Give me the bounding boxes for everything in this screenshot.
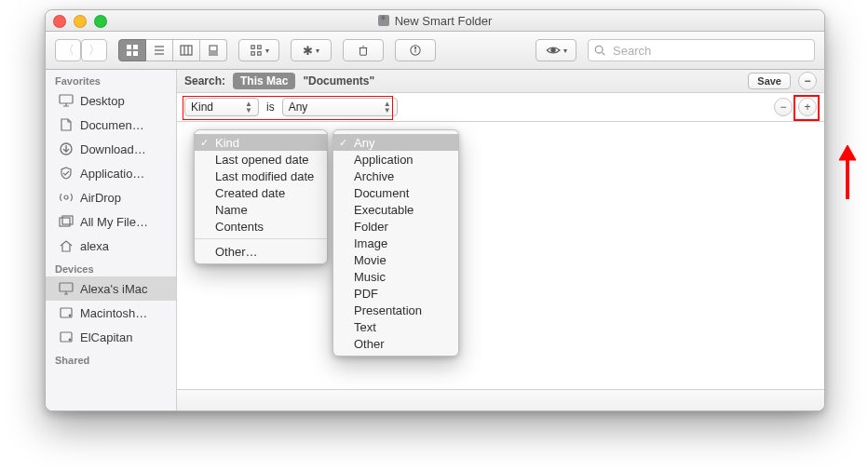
menu-item[interactable]: Music (333, 268, 458, 285)
close-window-button[interactable] (53, 15, 66, 28)
search-label: Search: (184, 74, 225, 87)
hdd-icon (59, 330, 74, 343)
download-icon (59, 142, 74, 155)
svg-rect-14 (257, 46, 260, 48)
menu-item[interactable]: PDF (333, 285, 458, 302)
imac-icon (59, 282, 74, 295)
menu-item[interactable]: Contents (195, 218, 327, 235)
menu-item[interactable]: Document (333, 184, 458, 201)
search-field[interactable] (588, 39, 815, 61)
view-columns-icon[interactable] (173, 39, 200, 61)
svg-point-24 (595, 46, 603, 53)
menu-item[interactable]: Created date (195, 184, 327, 201)
remove-row-button[interactable]: − (774, 98, 793, 116)
menu-item[interactable]: Application (333, 151, 458, 168)
status-bar (177, 389, 824, 410)
desktop-icon (59, 94, 74, 107)
minimize-window-button[interactable] (74, 15, 87, 28)
search-input[interactable] (611, 43, 808, 59)
quicklook-button[interactable]: ▾ (536, 39, 576, 61)
criteria-attribute-menu[interactable]: ✓KindLast opened dateLast modified dateC… (194, 129, 328, 264)
menu-item-label: Text (354, 320, 376, 334)
sidebar-item[interactable]: Download… (46, 137, 176, 161)
menu-item[interactable]: Name (195, 201, 327, 218)
menu-item-label: Music (354, 270, 386, 284)
check-icon: ✓ (200, 137, 209, 149)
zoom-window-button[interactable] (94, 15, 107, 28)
menu-item-label: Presentation (354, 303, 422, 317)
svg-rect-32 (62, 216, 73, 224)
menu-item[interactable]: Presentation (333, 302, 458, 318)
menu-item-other[interactable]: Other… (195, 243, 327, 260)
svg-point-37 (69, 339, 71, 341)
sidebar-item-label: Alexa's iMac (80, 282, 148, 296)
menu-item[interactable]: Last opened date (195, 151, 327, 168)
menu-item[interactable]: Archive (333, 168, 458, 184)
info-button[interactable] (395, 39, 436, 61)
view-mode-segment[interactable] (118, 39, 227, 61)
sidebar-item-label: Applicatio… (80, 167, 144, 181)
menu-item-label: Other… (215, 245, 258, 259)
menu-item[interactable]: Text (333, 318, 458, 335)
sidebar-item-label: AirDrop (80, 191, 121, 205)
airdrop-icon (59, 191, 74, 204)
menu-item[interactable]: Movie (333, 251, 458, 268)
menu-item-label: Archive (354, 169, 394, 183)
svg-rect-7 (181, 46, 192, 55)
sidebar-item[interactable]: Documen… (46, 113, 176, 137)
criteria-value-popup[interactable]: Any ▲▼ (282, 98, 398, 116)
hdd-icon (59, 306, 74, 319)
sidebar-item[interactable]: Desktop (46, 88, 176, 113)
trash-button[interactable] (343, 39, 384, 61)
menu-item-label: Last opened date (215, 153, 308, 167)
scope-this-mac[interactable]: This Mac (233, 73, 295, 89)
menu-item[interactable]: Executable (333, 201, 458, 218)
menu-item-label: Folder (354, 220, 388, 234)
sidebar-group-header: Devices (46, 258, 176, 276)
allfiles-icon (59, 215, 74, 228)
sidebar-item-label: All My File… (80, 215, 148, 229)
action-menu-button[interactable]: ✱▾ (291, 39, 332, 61)
sidebar-item[interactable]: Macintosh… (46, 301, 176, 325)
remove-criteria-button[interactable]: − (798, 72, 817, 90)
window-title: New Smart Folder (395, 14, 493, 28)
svg-point-30 (64, 195, 68, 199)
criteria-value-menu[interactable]: ✓AnyApplicationArchiveDocumentExecutable… (332, 129, 459, 357)
menu-item-label: Kind (215, 136, 239, 150)
sidebar-item[interactable]: AirDrop (46, 185, 176, 209)
menu-item-label: Name (215, 203, 248, 217)
search-criteria-row: Kind ▲▼ is Any ▲▼ − + (177, 93, 824, 122)
menu-item-label: Other (354, 337, 385, 351)
forward-button[interactable]: 〉 (81, 39, 107, 61)
back-button[interactable]: 〈 (55, 39, 81, 61)
menu-item[interactable]: Image (333, 235, 458, 251)
sidebar-item[interactable]: ElCapitan (46, 325, 176, 349)
view-coverflow-icon[interactable] (200, 39, 227, 61)
sidebar-group-header: Shared (46, 349, 176, 368)
arrange-menu-button[interactable]: ▾ (238, 39, 279, 61)
toolbar: 〈 〉 ▾ ✱▾ (46, 32, 824, 70)
criteria-attribute-label: Kind (191, 101, 213, 114)
menu-item[interactable]: ✓Any (333, 134, 458, 151)
sidebar-item[interactable]: alexa (46, 234, 176, 258)
save-search-button[interactable]: Save (748, 73, 791, 89)
svg-rect-16 (257, 52, 260, 55)
menu-item[interactable]: Folder (333, 218, 458, 235)
criteria-attribute-popup[interactable]: Kind ▲▼ (184, 98, 259, 116)
add-row-button[interactable]: + (798, 98, 817, 116)
menu-item[interactable]: Other (333, 335, 458, 352)
sidebar-item[interactable]: Applicatio… (46, 161, 176, 185)
menu-item[interactable]: Last modified date (195, 168, 327, 184)
menu-item-label: Contents (215, 220, 264, 234)
chevron-updown-icon: ▲▼ (245, 101, 252, 114)
sidebar-item[interactable]: All My File… (46, 209, 176, 234)
menu-item[interactable]: ✓Kind (195, 134, 327, 151)
scope-documents[interactable]: "Documents" (303, 74, 374, 87)
view-icons-icon[interactable] (118, 39, 146, 61)
svg-rect-26 (60, 95, 73, 103)
sidebar-item[interactable]: Alexa's iMac (46, 276, 176, 301)
svg-point-35 (69, 315, 71, 316)
smart-folder-icon (378, 15, 389, 26)
titlebar[interactable]: New Smart Folder (46, 10, 824, 32)
view-list-icon[interactable] (146, 39, 173, 61)
